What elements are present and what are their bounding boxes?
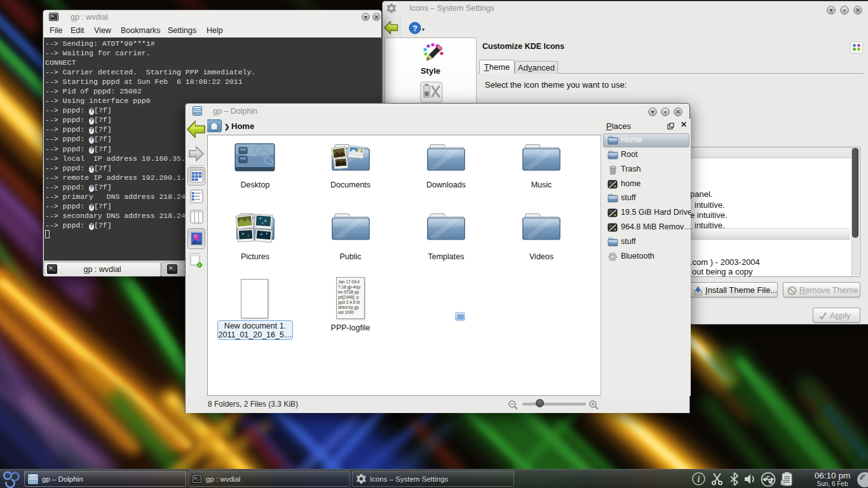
svg-text:?: ? (412, 24, 417, 33)
svg-text:i: i (698, 475, 700, 484)
